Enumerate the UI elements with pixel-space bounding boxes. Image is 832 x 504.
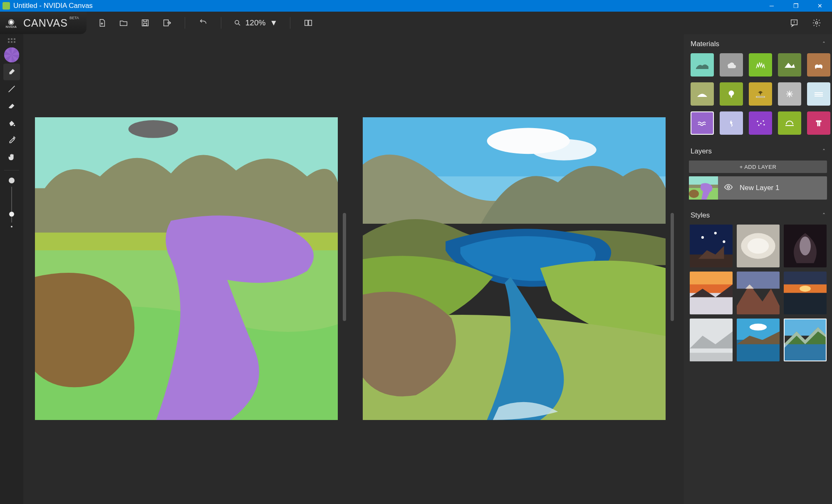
layers-header[interactable]: Layers ˄ bbox=[684, 141, 832, 161]
material-bush[interactable] bbox=[749, 82, 772, 106]
material-building[interactable] bbox=[807, 111, 830, 135]
styles-header[interactable]: Styles ˄ bbox=[684, 205, 832, 225]
beta-badge: BETA bbox=[69, 16, 79, 20]
svg-point-41 bbox=[723, 240, 725, 243]
svg-rect-30 bbox=[817, 122, 818, 126]
svg-point-40 bbox=[714, 232, 717, 235]
svg-point-28 bbox=[764, 124, 765, 125]
segmentation-canvas[interactable] bbox=[35, 117, 338, 420]
svg-rect-1 bbox=[144, 23, 146, 25]
style-thumb-4[interactable] bbox=[690, 272, 733, 314]
svg-point-35 bbox=[689, 190, 699, 198]
feedback-button[interactable] bbox=[789, 17, 800, 28]
material-sky[interactable] bbox=[691, 53, 714, 77]
visibility-icon[interactable] bbox=[724, 183, 733, 193]
style-thumb-5[interactable] bbox=[737, 272, 780, 314]
material-mountain[interactable] bbox=[778, 53, 801, 77]
brand: ◉NVIDIA CANVAS BETA bbox=[0, 12, 87, 34]
pan-tool[interactable] bbox=[3, 149, 20, 166]
layers-panel: + ADD LAYER New Layer 1 bbox=[684, 161, 832, 205]
brush-size-slider[interactable] bbox=[9, 178, 15, 227]
layers-title: Layers bbox=[691, 147, 712, 156]
svg-rect-29 bbox=[816, 121, 821, 122]
material-wheel-tool[interactable] bbox=[4, 47, 19, 62]
svg-point-44 bbox=[748, 238, 769, 254]
svg-point-39 bbox=[701, 236, 704, 239]
materials-header[interactable]: Materials ˄ bbox=[684, 34, 832, 53]
titlebar: Untitled - NVIDIA Canvas ─ ❐ ✕ bbox=[0, 0, 832, 12]
materials-grid bbox=[684, 53, 832, 141]
chevron-down-icon: ▼ bbox=[270, 18, 277, 27]
minimize-button[interactable]: ─ bbox=[760, 0, 784, 12]
chevron-up-icon: ˄ bbox=[822, 212, 825, 219]
style-thumb-3[interactable] bbox=[784, 225, 827, 267]
zoom-control[interactable]: 120% ▼ bbox=[234, 18, 277, 27]
style-thumb-7[interactable] bbox=[690, 319, 733, 361]
material-hill[interactable] bbox=[691, 82, 714, 106]
material-wetland[interactable] bbox=[778, 111, 801, 135]
svg-rect-0 bbox=[142, 20, 148, 26]
material-fog[interactable] bbox=[807, 82, 830, 106]
eraser-tool[interactable] bbox=[3, 98, 20, 114]
style-thumb-6[interactable] bbox=[784, 272, 827, 314]
maximize-button[interactable]: ❐ bbox=[784, 0, 808, 12]
open-file-button[interactable] bbox=[118, 17, 129, 28]
material-cloud[interactable] bbox=[720, 53, 743, 77]
layer-row[interactable]: New Layer 1 bbox=[689, 176, 827, 200]
save-button[interactable] bbox=[140, 17, 151, 28]
material-grass[interactable] bbox=[749, 53, 772, 77]
compare-button[interactable] bbox=[303, 17, 314, 28]
material-sea[interactable] bbox=[691, 111, 714, 135]
brush-tool[interactable] bbox=[3, 64, 20, 80]
material-tree[interactable] bbox=[720, 82, 743, 106]
svg-point-54 bbox=[800, 286, 811, 292]
material-dirt[interactable] bbox=[807, 53, 830, 77]
line-tool[interactable] bbox=[3, 81, 20, 97]
new-file-button[interactable] bbox=[97, 17, 107, 28]
svg-point-20 bbox=[729, 91, 734, 96]
toolbar: ◉NVIDIA CANVAS BETA 120% ▼ bbox=[0, 12, 832, 34]
style-thumb-8[interactable] bbox=[737, 319, 780, 361]
app-icon bbox=[2, 2, 10, 10]
settings-button[interactable] bbox=[811, 17, 822, 28]
svg-rect-22 bbox=[756, 96, 765, 97]
tool-strip bbox=[0, 34, 23, 504]
close-button[interactable]: ✕ bbox=[808, 0, 832, 12]
eyedropper-tool[interactable] bbox=[3, 132, 20, 148]
grip-icon bbox=[8, 38, 15, 43]
svg-point-23 bbox=[730, 122, 732, 124]
svg-point-25 bbox=[760, 123, 761, 124]
svg-rect-21 bbox=[731, 95, 732, 97]
nvidia-logo: ◉NVIDIA bbox=[4, 16, 18, 30]
svg-point-17 bbox=[531, 139, 596, 161]
svg-rect-4 bbox=[305, 20, 308, 26]
svg-rect-5 bbox=[309, 20, 312, 26]
svg-rect-31 bbox=[819, 122, 820, 126]
scrollbar-v[interactable] bbox=[343, 117, 346, 420]
main: Materials ˄ Layers ˄ + ADD LAYER bbox=[0, 34, 832, 504]
material-river[interactable] bbox=[720, 111, 743, 135]
add-layer-button[interactable]: + ADD LAYER bbox=[689, 161, 827, 173]
scrollbar-v[interactable] bbox=[671, 117, 674, 420]
search-icon bbox=[234, 19, 241, 27]
material-stars[interactable] bbox=[749, 111, 772, 135]
undo-button[interactable] bbox=[198, 17, 208, 28]
style-thumb-9[interactable] bbox=[784, 319, 827, 361]
export-button[interactable] bbox=[161, 17, 172, 28]
fill-tool[interactable] bbox=[3, 115, 20, 131]
output-canvas[interactable] bbox=[363, 117, 666, 420]
styles-panel bbox=[684, 225, 832, 368]
window-title: Untitled - NVIDIA Canvas bbox=[13, 2, 93, 10]
slider-handle[interactable] bbox=[9, 212, 14, 217]
svg-point-19 bbox=[821, 68, 822, 69]
svg-rect-37 bbox=[690, 225, 733, 254]
svg-point-27 bbox=[758, 125, 759, 126]
app-name: CANVAS bbox=[23, 17, 68, 29]
svg-point-10 bbox=[129, 120, 178, 138]
svg-point-18 bbox=[815, 68, 816, 69]
zoom-value: 120% bbox=[245, 18, 266, 27]
style-thumb-1[interactable] bbox=[690, 225, 733, 267]
style-thumb-2[interactable] bbox=[737, 225, 780, 267]
svg-point-24 bbox=[757, 121, 758, 122]
material-snow[interactable] bbox=[778, 82, 801, 106]
